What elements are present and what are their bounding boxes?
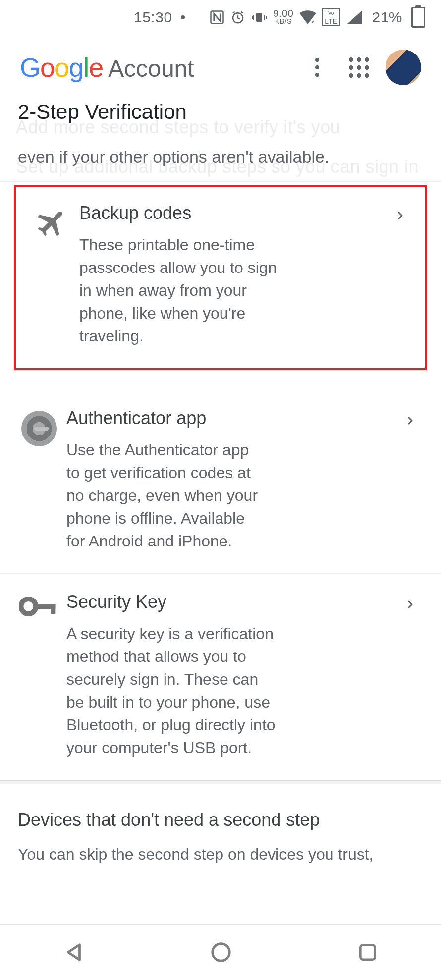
apps-grid-icon xyxy=(349,57,369,78)
alarm-icon xyxy=(230,10,245,25)
option-security-key[interactable]: Security Key A security key is a verific… xyxy=(0,574,441,780)
chevron-right-icon xyxy=(404,592,424,612)
status-dot-icon xyxy=(181,15,185,19)
svg-rect-6 xyxy=(51,604,55,614)
google-logo-l: l xyxy=(83,53,89,82)
trusted-devices-body: You can skip the second step on devices … xyxy=(18,843,423,865)
google-logo-o1: o xyxy=(40,53,55,82)
google-apps-button[interactable] xyxy=(344,53,374,82)
nav-recent-button[interactable] xyxy=(347,931,388,973)
wifi-icon xyxy=(299,10,316,24)
google-logo-o2: o xyxy=(55,53,69,82)
kebab-icon xyxy=(315,58,319,77)
option-authenticator-desc: Use the Authenticator app to get verific… xyxy=(66,438,265,552)
option-security-key-desc: A security key is a verification method … xyxy=(66,622,279,759)
square-recent-icon xyxy=(357,941,379,963)
google-logo-e: e xyxy=(89,53,103,82)
signal-icon xyxy=(346,10,362,24)
nfc-icon xyxy=(210,10,224,25)
triangle-back-icon xyxy=(62,941,85,964)
google-logo-g2: g xyxy=(69,53,83,82)
nav-back-button[interactable] xyxy=(53,931,95,974)
intro-text: even if your other options aren't availa… xyxy=(0,141,441,182)
data-speed-unit: KB/S xyxy=(273,17,293,25)
chevron-right-icon xyxy=(394,203,414,223)
battery-icon xyxy=(411,7,425,28)
battery-percent: 21% xyxy=(372,9,402,26)
status-time: 15:30 xyxy=(134,9,172,26)
option-backup-codes-desc: These printable one-time passcodes allow… xyxy=(79,233,277,347)
circle-home-icon xyxy=(210,941,232,964)
option-backup-codes-title: Backup codes xyxy=(79,203,386,223)
section-divider xyxy=(0,780,441,784)
option-security-key-title: Security Key xyxy=(66,592,396,612)
key-icon xyxy=(12,592,66,618)
app-header: Google Account xyxy=(0,35,441,100)
account-avatar[interactable] xyxy=(386,50,421,85)
volte-icon: Vo LTE xyxy=(322,8,340,26)
svg-point-7 xyxy=(213,944,230,961)
chevron-right-icon xyxy=(404,408,424,429)
second-step-options: Backup codes These printable one-time pa… xyxy=(0,185,441,780)
volte-bot: LTE xyxy=(325,17,337,25)
page-subheader: 2-Step Verification xyxy=(0,100,441,141)
overflow-menu-button[interactable] xyxy=(302,53,332,82)
svg-point-4 xyxy=(21,599,36,614)
status-bar: 15:30 9.00 KB/S Vo LTE 21% xyxy=(0,0,441,35)
google-logo: Google xyxy=(20,52,103,83)
option-authenticator-title: Authenticator app xyxy=(66,408,396,429)
status-icons: 9.00 KB/S Vo LTE 21% xyxy=(210,7,425,28)
vibrate-icon xyxy=(251,10,267,25)
google-logo-g: G xyxy=(20,53,40,82)
trusted-devices-section: Devices that don't need a second step Yo… xyxy=(0,784,441,877)
data-speed-value: 9.00 xyxy=(273,9,293,17)
nav-home-button[interactable] xyxy=(200,931,242,974)
trusted-devices-title: Devices that don't need a second step xyxy=(18,810,423,830)
option-authenticator-app[interactable]: Authenticator app Use the Authenticator … xyxy=(0,390,441,574)
system-nav-bar xyxy=(0,924,441,980)
page-title: 2-Step Verification xyxy=(18,100,423,124)
account-label: Account xyxy=(108,55,194,82)
authenticator-icon xyxy=(12,408,66,446)
option-backup-codes[interactable]: Backup codes These printable one-time pa… xyxy=(14,185,427,370)
google-account-logo: Google Account xyxy=(20,52,290,83)
svg-rect-2 xyxy=(256,13,262,22)
airplane-icon xyxy=(25,203,79,240)
svg-rect-8 xyxy=(361,945,375,959)
data-speed-indicator: 9.00 KB/S xyxy=(273,9,293,25)
volte-top: Vo xyxy=(325,9,337,17)
